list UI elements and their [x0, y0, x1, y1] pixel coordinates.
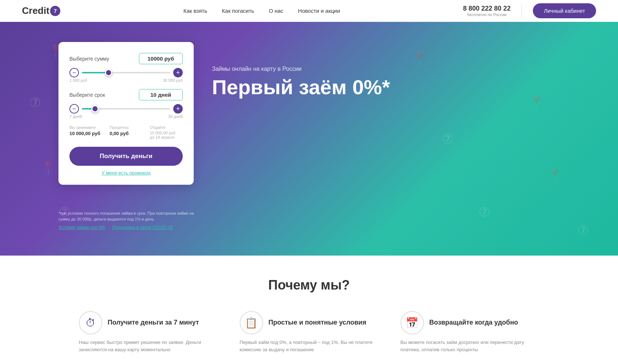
hero-subtitle: Займы онлайн на карту в России [212, 66, 390, 72]
summary-return: Отдаёте 10 000,00 руб до 18 апреля [150, 125, 183, 139]
term-increase-btn[interactable]: + [173, 104, 183, 114]
why-section: Почему мы? ⏱ Получите деньги за 7 минут … [0, 256, 618, 364]
nav-item-how-to-get[interactable]: Как взять [183, 8, 207, 14]
amount-track-handle[interactable] [105, 69, 112, 76]
disclaimer-link-1[interactable]: Условия займа под 0% [58, 225, 105, 230]
disclaimer-links: Условия займа под 0% Поддержка в связи C… [58, 225, 197, 230]
why-card-2-title: Возвращайте когда удобно [429, 318, 518, 327]
term-range-labels: 7 дней 30 дней [69, 114, 183, 119]
header-right: 8 800 222 80 22 бесплатно по России Личн… [463, 3, 596, 18]
why-card-1-icon: 📋 [240, 311, 263, 334]
why-card-2-header: 📅 Возвращайте когда удобно [401, 311, 539, 334]
why-card-1-text: Первый займ под 0%, а повторный – под 1%… [240, 339, 379, 353]
bg-pin-9: 📍 [547, 168, 563, 183]
cabinet-button[interactable]: Личный кабинет [533, 3, 596, 18]
disclaimer-link-2[interactable]: Поддержка в связи COVID-19 [112, 225, 172, 230]
amount-track-wrapper[interactable] [82, 69, 170, 76]
return-date: до 18 апреля [150, 135, 183, 139]
amount-decrease-btn[interactable]: − [69, 68, 79, 77]
hero-section: 📍 ⑦ 📍 ⑦ 📍 ⑦ ⑦ 📍 📍 ⑦ Выберите сумму 10000… [0, 22, 618, 256]
amount-value[interactable]: 10000 руб [139, 53, 183, 64]
amount-slider-controls: − + [69, 68, 183, 77]
amount-increase-btn[interactable]: + [173, 68, 183, 77]
header: Credit 7 Как взять Как погасить О нас Но… [0, 0, 618, 22]
phone-number: 8 800 222 80 22 [463, 5, 511, 12]
term-row: Выберите срок 10 дней [69, 89, 183, 100]
why-cards-container: ⏱ Получите деньги за 7 минут Наш сервис … [44, 311, 574, 353]
amount-label: Выберите сумму [69, 56, 109, 62]
bg-pin-6: ⑦ [442, 131, 454, 147]
bg-pin-5: 📍 [412, 51, 428, 66]
bg-pin-3: 📍 [40, 161, 57, 176]
bg-pin-7: ⑦ [478, 204, 490, 220]
why-card-1: 📋 Простые и понятные условия Первый займ… [240, 311, 379, 353]
term-track-wrapper[interactable] [82, 105, 170, 112]
term-decrease-btn[interactable]: − [69, 104, 79, 114]
why-section-title: Почему мы? [44, 277, 574, 293]
return-label: Отдаёте [150, 125, 183, 130]
term-section: Выберите срок 10 дней − + 7 дней 30 дней [69, 89, 183, 119]
amount-section: Выберите сумму 10000 руб − + 1 000 руб 3… [69, 53, 183, 83]
term-slider-controls: − + [69, 104, 183, 114]
term-label: Выберите срок [69, 92, 105, 98]
borrow-value: 10 000,00 руб [69, 131, 102, 136]
amount-min-label: 1 000 руб [69, 78, 87, 83]
why-card-0-title: Получите деньги за 7 минут [108, 318, 199, 327]
header-divider [522, 4, 522, 18]
why-card-1-title: Простые и понятные условия [269, 318, 367, 327]
amount-slider-track-area [82, 69, 170, 76]
term-track-handle[interactable] [91, 105, 99, 112]
why-card-0-header: ⏱ Получите деньги за 7 минут [79, 311, 218, 334]
why-card-2: 📅 Возвращайте когда удобно Вы можете пог… [401, 311, 539, 353]
interest-label: Проценты [110, 125, 143, 130]
logo-credit-text: Credit [22, 5, 49, 16]
summary-row: Вы занимаете 10 000,00 руб Проценты 0,00… [69, 125, 183, 139]
why-card-2-icon: 📅 [401, 311, 424, 334]
term-max-label: 30 дней [168, 114, 183, 119]
hero-title: Первый заём 0%* [212, 76, 390, 99]
amount-max-label: 30 000 руб [163, 78, 183, 83]
why-card-1-header: 📋 Простые и понятные условия [240, 311, 379, 334]
term-value[interactable]: 10 дней [139, 89, 183, 100]
get-money-button[interactable]: Получить деньги [69, 147, 183, 166]
term-min-label: 7 дней [69, 114, 82, 119]
nav-item-about[interactable]: О нас [269, 8, 283, 14]
nav-item-news[interactable]: Новости и акции [298, 8, 340, 14]
why-card-0-text: Наш сервис быстро примет решение по заяв… [79, 339, 218, 353]
nav-item-how-to-pay[interactable]: Как погасить [222, 8, 254, 14]
promo-link[interactable]: У меня есть промокод [69, 170, 183, 176]
bg-pin-8: 📍 [528, 95, 545, 110]
phone-block: 8 800 222 80 22 бесплатно по России [463, 5, 511, 17]
why-card-2-text: Вы можете погасить займ досрочно или пер… [401, 339, 539, 353]
logo[interactable]: Credit 7 [22, 5, 60, 16]
term-slider-track-area [82, 105, 170, 112]
summary-borrow: Вы занимаете 10 000,00 руб [69, 125, 102, 139]
why-card-0: ⏱ Получите деньги за 7 минут Наш сервис … [79, 311, 218, 353]
borrow-label: Вы занимаете [69, 125, 102, 130]
return-value: 10 000,00 руб до 18 апреля [150, 131, 183, 139]
disclaimer: *при условии полного погашения займа в с… [58, 211, 197, 230]
logo-number: 7 [50, 6, 60, 16]
bg-pin-10: ⑦ [577, 223, 589, 238]
phone-subtitle: бесплатно по России [463, 12, 511, 17]
bg-pin-2: ⑦ [29, 95, 41, 110]
hero-text: Займы онлайн на карту в России Первый за… [212, 66, 390, 99]
why-card-0-icon: ⏱ [79, 311, 102, 334]
amount-range-labels: 1 000 руб 30 000 руб [69, 78, 183, 83]
disclaimer-text: *при условии полного погашения займа в с… [58, 211, 197, 222]
summary-interest: Проценты 0,00 руб [110, 125, 143, 139]
main-nav: Как взять Как погасить О нас Новости и а… [183, 8, 340, 14]
amount-row: Выберите сумму 10000 руб [69, 53, 183, 64]
loan-card: Выберите сумму 10000 руб − + 1 000 руб 3… [58, 42, 194, 185]
interest-value: 0,00 руб [110, 131, 143, 136]
